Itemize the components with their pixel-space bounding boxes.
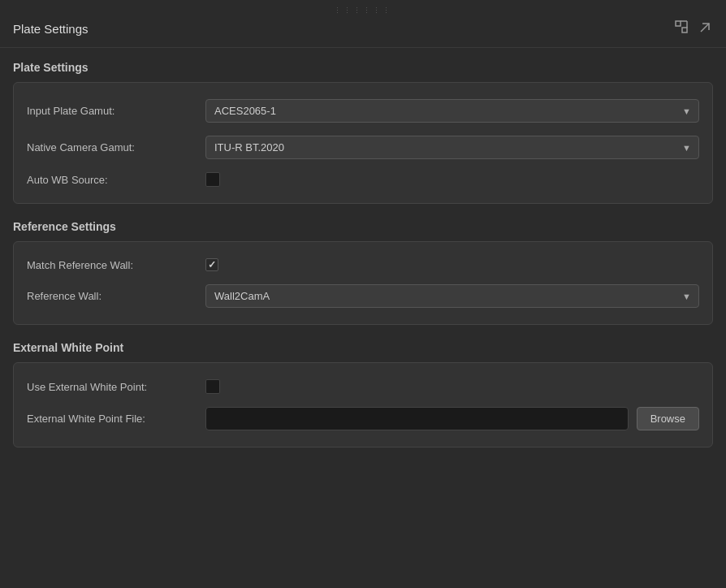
select-input-plate-gamut[interactable]: ACES2065-1 sRGB ACEScg Rec.709 [205,99,699,123]
drag-handle: ⋮⋮⋮⋮⋮⋮ [334,6,392,15]
label-auto-wb-source: Auto WB Source: [27,174,205,186]
browse-button[interactable]: Browse [637,407,699,430]
checkbox-use-external-white-point[interactable] [205,379,220,394]
row-match-reference-wall: Match Reference Wall: [27,252,699,278]
main-content: Plate Settings Input Plate Gamut: ACES20… [0,48,726,584]
svg-rect-1 [682,28,687,32]
file-input-group: Browse [205,407,699,430]
section-external-white-point-title: External White Point [13,341,713,354]
select-wrapper-native-camera-gamut: ITU-R BT.2020 Rec.709 sRGB P3-D65 ▼ [205,136,699,159]
section-external-white-point: External White Point Use External White … [13,341,713,447]
section-reference-settings-title: Reference Settings [13,220,713,233]
select-wrapper-input-plate-gamut: ACES2065-1 sRGB ACEScg Rec.709 ▼ [205,99,699,123]
expand-button[interactable] [672,18,690,39]
select-wrapper-reference-wall: Wall2CamA Wall2CamB Wall2CamC ▼ [205,284,699,308]
section-external-white-point-body: Use External White Point: External White… [13,362,713,447]
section-plate-settings-title: Plate Settings [13,61,713,74]
label-match-reference-wall: Match Reference Wall: [27,259,205,271]
close-button[interactable] [697,19,713,38]
row-use-external-white-point: Use External White Point: [27,373,699,400]
checkbox-match-reference-wall[interactable] [205,258,218,271]
row-input-plate-gamut: Input Plate Gamut: ACES2065-1 sRGB ACESc… [27,93,699,129]
label-use-external-white-point: Use External White Point: [27,381,205,393]
svg-line-4 [701,24,709,32]
row-reference-wall: Reference Wall: Wall2CamA Wall2CamB Wall… [27,278,699,314]
external-white-point-file-input[interactable] [205,407,629,430]
label-native-camera-gamut: Native Camera Gamut: [27,141,205,153]
label-external-white-point-file: External White Point File: [27,413,205,425]
label-input-plate-gamut: Input Plate Gamut: [27,105,205,117]
select-reference-wall[interactable]: Wall2CamA Wall2CamB Wall2CamC [205,284,699,308]
section-plate-settings-body: Input Plate Gamut: ACES2065-1 sRGB ACESc… [13,82,713,204]
select-native-camera-gamut[interactable]: ITU-R BT.2020 Rec.709 sRGB P3-D65 [205,136,699,159]
checkbox-auto-wb-source[interactable] [205,172,220,187]
row-auto-wb-source: Auto WB Source: [27,166,699,193]
row-native-camera-gamut: Native Camera Gamut: ITU-R BT.2020 Rec.7… [27,129,699,166]
section-reference-settings-body: Match Reference Wall: Reference Wall: Wa… [13,241,713,325]
section-reference-settings: Reference Settings Match Reference Wall:… [13,220,713,325]
label-reference-wall: Reference Wall: [27,290,205,302]
row-external-white-point-file: External White Point File: Browse [27,400,699,437]
section-plate-settings: Plate Settings Input Plate Gamut: ACES20… [13,61,713,204]
title-bar-actions [672,18,713,39]
window-title: Plate Settings [13,22,89,36]
svg-rect-0 [676,21,681,26]
